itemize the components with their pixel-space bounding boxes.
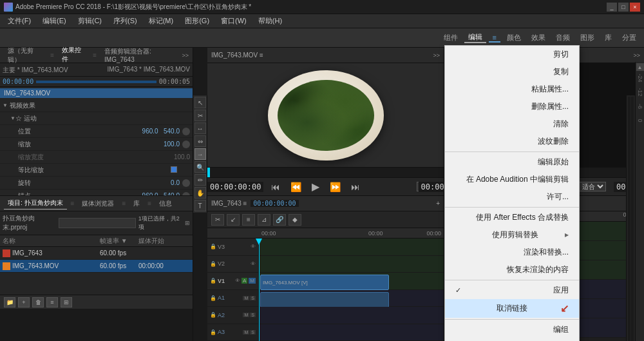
lock-v1[interactable]: 🔒 [210,278,216,284]
a2-s[interactable]: S [250,313,256,317]
program-menu[interactable]: >> [633,52,640,59]
playhead[interactable] [259,239,260,341]
tl-linked[interactable]: 🔗 [273,214,286,226]
menu-item-h[interactable]: 帮助(H) [253,15,287,27]
tab-graphics[interactable]: 图形 [576,33,598,43]
delete-button[interactable]: 🗑 [32,297,44,307]
tl-snap[interactable]: ⊿ [258,214,270,226]
ctx-item-1[interactable]: 复制 [445,63,579,81]
tab-edit[interactable]: 编辑 [464,32,486,43]
list-view-button[interactable]: ≡ [46,297,58,307]
ctx-item-10[interactable]: 使用剪辑替换 [445,226,579,244]
tl-ripple-delete[interactable]: ↙ [227,214,240,226]
tab-media-browser[interactable]: 媒体浏览器 [78,198,118,209]
tab-audio[interactable]: 音频 [552,33,574,43]
ctx-item-12[interactable]: 恢复未渲染的内容 [445,261,579,278]
lock-a1[interactable]: 🔒 [210,295,216,301]
reset-position[interactable] [182,128,190,135]
col-fps[interactable]: 帧速率 ▼ [100,237,138,246]
patch-v1[interactable]: M [249,278,256,284]
program-fit[interactable]: 适合 [579,182,606,191]
track-row-v3[interactable] [259,239,444,256]
ctx-item-9[interactable]: 使用 After Effects 合成替换 [445,209,579,226]
ctx-item-15[interactable]: 编组 [445,321,579,338]
menu-item-c[interactable]: 剪辑(C) [73,15,107,27]
val-position[interactable]: 960.0 540.0 [141,128,180,135]
menu-item-m[interactable]: 标记(M) [144,15,179,27]
ctx-item-14[interactable]: 取消链接↙ [445,299,579,318]
menu-item-g[interactable]: 图形(G) [180,15,214,27]
source-btn-back[interactable]: ⏪ [288,182,304,192]
tab-components[interactable]: 组件 [440,33,462,43]
project-item-sequence[interactable]: IMG_7643 60.00 fps [0,247,193,260]
timeline-ruler[interactable]: 00:00 00:00 00:00 [207,228,444,239]
checkbox-uniform[interactable] [171,166,177,174]
a1-s[interactable]: S [250,296,256,300]
close-button[interactable]: × [630,3,640,12]
tool-razor[interactable]: ✂ [194,110,206,121]
tool-track-select[interactable]: → [194,148,206,160]
minimize-button[interactable]: _ [607,3,617,12]
source-timecode[interactable]: 00:00:00:00 [207,182,263,192]
clip-v1[interactable]: IMG_7643.MOV [V] [260,275,389,290]
eye-v1[interactable]: 👁 [235,278,240,284]
ctx-item-13[interactable]: ✓应用 [445,282,579,299]
reset-scale[interactable] [182,141,190,148]
list-view-icon[interactable]: ⊞ [185,220,190,226]
tool-text[interactable]: T [194,200,206,211]
tool-ripple[interactable]: ↔ [194,122,206,134]
project-search-input[interactable] [59,218,136,228]
lock-v3[interactable]: 🔒 [210,244,216,249]
tab-info[interactable]: 信息 [155,198,176,209]
lock-v2[interactable]: 🔒 [210,261,216,267]
ctx-item-7[interactable]: 在 Adobe Audition 中编辑剪辑 [445,171,579,188]
tl-settings[interactable]: ≡ [242,214,255,226]
scroll-up[interactable]: ▲ [636,63,644,71]
tool-rolling[interactable]: ⇔ [194,135,206,147]
menu-item-f[interactable]: 文件(F) [3,15,36,27]
track-row-a3[interactable] [259,324,444,342]
tool-hand[interactable]: ✋ [194,187,206,199]
eye-v2[interactable]: 👁 [251,261,256,267]
ctx-item-4[interactable]: 清除 [445,115,579,133]
reset-anchor[interactable] [182,192,190,196]
tab-audio-mixer[interactable]: 音频剪辑混合器: IMG_7643 [100,46,179,64]
ctx-item-16[interactable]: 取消编组 [445,338,579,341]
sync-lock-v1[interactable]: A [242,278,247,284]
tab-library-proj[interactable]: 库 [129,198,144,209]
val-anchor[interactable]: 960.0 540.0 [141,192,180,195]
source-btn-fwd[interactable]: ⏩ [327,182,343,192]
tl-marker2[interactable]: ◆ [289,214,301,226]
eye-v3[interactable]: 👁 [251,244,256,249]
ctx-item-6[interactable]: 编辑原始 [445,153,579,171]
tab-source[interactable]: 源（无剪辑） [4,45,46,66]
a3-s[interactable]: S [250,330,256,335]
ctx-item-5[interactable]: 波纹删除 [445,133,579,150]
tab-library[interactable]: 库 [601,33,616,43]
source-menu[interactable]: >> [433,52,440,59]
a2-m[interactable]: M [243,313,249,317]
tab-color[interactable]: 颜色 [503,33,525,43]
panel-menu[interactable]: >> [182,52,189,59]
menu-item-w[interactable]: 窗口(W) [216,15,252,27]
a1-m[interactable]: M [243,296,249,300]
a3-m[interactable]: M [243,330,249,335]
track-row-a1[interactable] [259,290,444,307]
ctx-item-0[interactable]: 剪切 [445,46,579,63]
new-bin-button[interactable]: 📁 [4,297,15,307]
tool-zoom[interactable]: 🔍 [194,161,206,173]
tab-split[interactable]: 分置 [618,33,640,43]
val-scale[interactable]: 100.0 [141,141,180,148]
ctx-item-8[interactable]: 许可... [445,188,579,206]
tab-project[interactable]: 项目: 扑豆角炒肉末 [4,197,67,209]
menu-item-e[interactable]: 编辑(E) [37,15,71,27]
clip-a1[interactable] [260,292,389,307]
add-track-btn[interactable]: + [436,200,440,207]
ctx-item-11[interactable]: 渲染和替换... [445,244,579,261]
track-row-v1[interactable]: IMG_7643.MOV [V] [259,273,444,290]
track-row-a2[interactable] [259,307,444,324]
val-rotation[interactable]: 0.0 [141,179,180,186]
menu-item-s[interactable]: 序列(S) [108,15,142,27]
new-item-button[interactable]: + [18,297,30,307]
source-btn-start[interactable]: ⏮ [269,182,283,192]
